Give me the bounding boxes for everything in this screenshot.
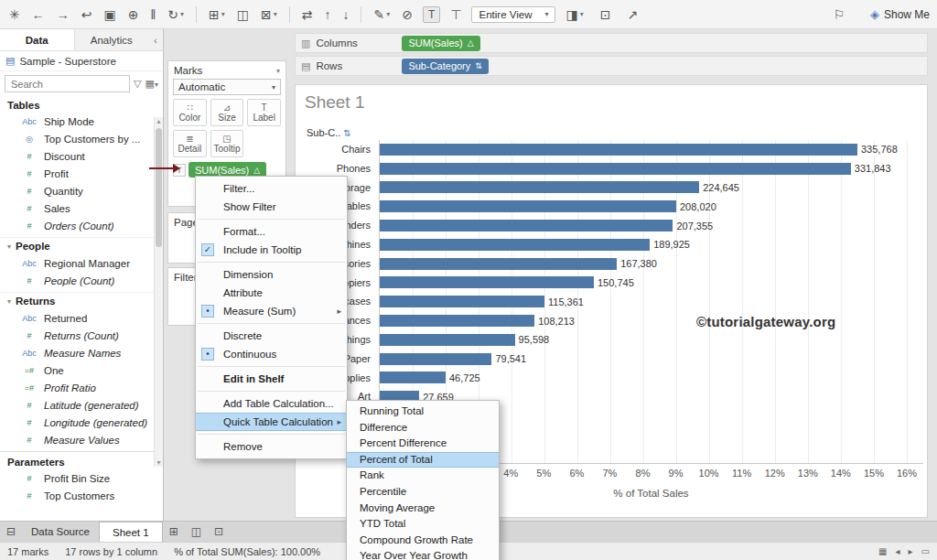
menu-item-show-filter[interactable]: Show Filter <box>196 198 347 216</box>
bar-accessories[interactable] <box>380 258 617 270</box>
marks-color-button[interactable]: ∷Color <box>173 99 207 126</box>
scroll-up-icon[interactable]: ▲ <box>155 118 163 124</box>
bar-furnishings[interactable] <box>380 334 515 346</box>
show-mark-labels-icon[interactable]: T <box>423 6 440 23</box>
field-latitude-generated[interactable]: #Latitude (generated) <box>0 396 163 414</box>
menu-item-format[interactable]: Format... <box>196 222 347 241</box>
flag-icon[interactable]: ⚐ <box>831 6 846 23</box>
bar-phones[interactable] <box>380 163 851 175</box>
menu-item-running-total[interactable]: Running Total <box>347 404 499 420</box>
fix-axes-icon[interactable]: ⊤ <box>448 6 463 23</box>
bar-machines[interactable] <box>380 239 650 251</box>
menu-item-dimension[interactable]: Dimension <box>196 265 347 284</box>
datasource-row[interactable]: ▤ Sample - Superstore <box>0 51 163 71</box>
field-profit[interactable]: #Profit <box>0 165 163 182</box>
field-returns-count[interactable]: #Returns (Count) <box>0 327 163 344</box>
clear-sheet-icon[interactable]: ⊠▾ <box>259 6 279 23</box>
duplicate-sheet-icon[interactable]: ◫ <box>235 6 251 23</box>
field-regional-manager[interactable]: AbcRegional Manager <box>0 254 163 272</box>
bar-copiers[interactable] <box>380 276 594 288</box>
menu-item-remove[interactable]: Remove <box>196 437 347 456</box>
menu-item-attribute[interactable]: Attribute <box>196 284 347 302</box>
bar-binders[interactable] <box>380 220 673 232</box>
new-story-icon[interactable]: ⊡ <box>208 522 230 542</box>
mark-type-dropdown[interactable]: Automatic ▾ <box>173 79 281 95</box>
menu-item-percent-of-total[interactable]: Percent of Total <box>347 452 499 468</box>
bar-bookcases[interactable] <box>380 296 544 307</box>
menu-item-moving-average[interactable]: Moving Average <box>347 501 499 517</box>
search-input[interactable] <box>5 75 130 92</box>
menu-item-difference[interactable]: Difference <box>347 420 499 436</box>
scrollbar-thumb[interactable] <box>156 128 162 247</box>
show-tabs-icon[interactable]: ▦ <box>878 546 887 556</box>
category-label-chairs[interactable]: Chairs <box>297 140 376 159</box>
menu-item-edit-in-shelf[interactable]: Edit in Shelf <box>196 370 347 388</box>
field-group-returns[interactable]: ▾Returns <box>0 292 163 309</box>
marks-detail-button[interactable]: ≣Detail <box>173 130 207 157</box>
new-worksheet-icon[interactable]: ⊞ <box>163 522 185 542</box>
field-quantity[interactable]: #Quantity <box>0 182 163 199</box>
menu-item-year-over-year-growth[interactable]: Year Over Year Growth <box>347 548 499 560</box>
columns-shelf[interactable]: ▥ Columns SUM(Sales) △ <box>295 33 928 53</box>
collapse-pane-icon[interactable]: ‹ <box>148 29 163 50</box>
field-sales[interactable]: #Sales <box>0 199 163 217</box>
filmstrip-icon[interactable]: ▭ <box>921 546 930 556</box>
field-people-count[interactable]: #People (Count) <box>0 272 163 289</box>
group-members-icon[interactable]: ⊘ <box>400 6 415 23</box>
field-ship-mode[interactable]: AbcShip Mode <box>0 113 163 130</box>
field-profit-bin-size[interactable]: #Profit Bin Size <box>0 469 163 487</box>
sub-category-column-header[interactable]: Sub-C.. ⇅ <box>307 127 351 138</box>
menu-item-add-table-calculation[interactable]: Add Table Calculation... <box>196 394 347 413</box>
menu-item-measure-sum[interactable]: •Measure (Sum)▸ <box>196 302 347 320</box>
highlight-icon[interactable]: ✎▾ <box>372 6 392 23</box>
bar-tables[interactable] <box>380 200 676 212</box>
field-one[interactable]: =#One <box>0 361 163 379</box>
previous-sheet-icon[interactable]: ◂ <box>895 546 899 556</box>
swap-rows-columns-icon[interactable]: ⇄ <box>300 6 315 23</box>
sort-indicator-icon[interactable]: ⇅ <box>343 128 350 138</box>
view-options-icon[interactable]: ▦▾ <box>145 78 158 90</box>
fit-selector[interactable]: Entire View ▾ <box>471 6 555 23</box>
redo-icon[interactable]: ↩ <box>80 6 94 23</box>
columns-sum-sales-pill[interactable]: SUM(Sales) △ <box>402 36 479 51</box>
label-toggle-icon[interactable]: ◨▾ <box>564 6 585 23</box>
new-datasource-icon[interactable]: ⊕ <box>126 6 141 23</box>
menu-item-ytd-total[interactable]: YTD Total <box>347 516 499 533</box>
tab-sheet1[interactable]: Sheet 1 <box>99 522 163 542</box>
back-icon[interactable]: ← <box>30 6 47 23</box>
save-icon[interactable]: ▣ <box>102 6 117 23</box>
presentation-mode-icon[interactable]: ⊡ <box>598 6 613 23</box>
field-profit-ratio[interactable]: =#Profit Ratio <box>0 379 163 396</box>
menu-item-filter[interactable]: Filter... <box>196 179 347 198</box>
field-returned[interactable]: AbcReturned <box>0 309 163 327</box>
field-orders-count[interactable]: #Orders (Count) <box>0 217 163 234</box>
tab-data[interactable]: Data <box>0 29 75 50</box>
field-discount[interactable]: #Discount <box>0 147 163 165</box>
filter-funnel-icon[interactable]: ▽ <box>134 78 141 90</box>
new-dashboard-icon[interactable]: ◫ <box>185 522 208 542</box>
field-measure-names[interactable]: AbcMeasure Names <box>0 344 163 361</box>
menu-item-percent-difference[interactable]: Percent Difference <box>347 436 499 452</box>
menu-item-compound-growth-rate[interactable]: Compound Growth Rate <box>347 533 499 549</box>
tab-analytics[interactable]: Analytics <box>75 29 149 50</box>
field-group-people[interactable]: ▾People <box>0 237 163 254</box>
marks-label-button[interactable]: TLabel <box>247 99 281 126</box>
sort-descending-icon[interactable]: ↓ <box>340 6 350 23</box>
rows-sub-category-pill[interactable]: Sub-Category ⇅ <box>402 59 488 74</box>
bar-storage[interactable] <box>380 181 699 193</box>
field-top-customers-by[interactable]: ◎Top Customers by ... <box>0 130 163 147</box>
bar-chairs[interactable] <box>380 144 857 156</box>
rows-shelf[interactable]: ▤ Rows Sub-Category ⇅ <box>295 56 928 76</box>
sort-ascending-icon[interactable]: ↑ <box>322 6 332 23</box>
marks-size-button[interactable]: ⊿Size <box>210 99 244 126</box>
field-top-customers[interactable]: #Top Customers <box>0 487 163 504</box>
bar-paper[interactable] <box>380 353 491 365</box>
next-sheet-icon[interactable]: ▸ <box>909 546 913 556</box>
field-longitude-generated[interactable]: #Longitude (generated) <box>0 414 163 431</box>
menu-item-continuous[interactable]: •Continuous <box>196 345 347 363</box>
tab-data-source[interactable]: Data Source <box>22 522 99 542</box>
bar-appliances[interactable] <box>380 315 534 327</box>
pause-auto-updates-icon[interactable]: ‖ <box>148 6 157 23</box>
tableau-logo-icon[interactable]: ✳ <box>7 6 22 23</box>
field-measure-values[interactable]: #Measure Values <box>0 431 163 448</box>
